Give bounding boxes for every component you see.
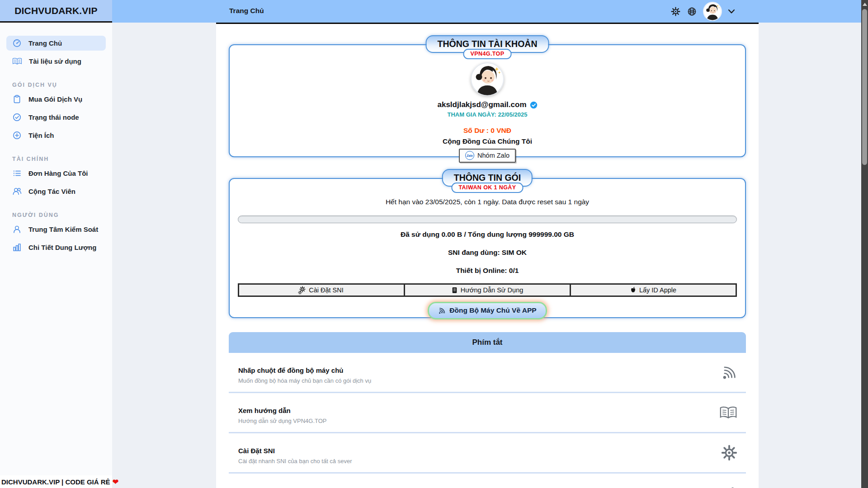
shortcut-title: Nhấp chuột để đồng bộ máy chủ	[238, 366, 714, 374]
sidebar-item-label: Cộng Tác Viên	[28, 188, 75, 195]
shortcuts-header: Phím tắt	[229, 332, 746, 353]
sidebar-item-mua-goi[interactable]: Mua Gói Dịch Vụ	[6, 92, 106, 107]
sidebar-section-nguoi-dung: NGƯỜI DÙNG	[12, 212, 100, 218]
button-label: Lấy ID Apple	[639, 286, 676, 294]
join-date: THAM GIA NGÀY: 22/05/2025	[448, 111, 528, 118]
sync-button-label: Đồng Bộ Máy Chủ Về APP	[449, 306, 536, 314]
shortcuts-section: Phím tắt Nhấp chuột để đồng bộ máy chủ M…	[229, 332, 746, 488]
devices-online-text: Thiết bị Online: 0/1	[230, 267, 745, 275]
zalo-group-button[interactable]: Zalo Nhóm Zalo	[459, 149, 516, 163]
rocket-icon	[720, 484, 737, 488]
package-info-card: THÔNG TIN GÓI TAIWAN OK 1 NGÀY Hết hạn v…	[229, 178, 746, 318]
sidebar-section-tai-chinh: TÀI CHÍNH	[12, 156, 100, 162]
check-circle-icon	[12, 113, 22, 122]
sync-server-to-app-button[interactable]: Đồng Bộ Máy Chủ Về APP	[428, 302, 547, 319]
footer-text: DICHVUDARK.VIP | CODE GIÁ RẺ	[1, 478, 110, 486]
account-card-badge: VPN4G.TOP	[463, 49, 512, 59]
sidebar-item-trang-chu[interactable]: Trang Chủ	[6, 36, 106, 51]
gears-icon	[299, 286, 306, 295]
sidebar-item-trung-tam-kiem-soat[interactable]: Trung Tâm Kiểm Soát	[6, 222, 106, 237]
sidebar-item-label: Chi Tiết Dung Lượng	[28, 244, 96, 251]
signal-icon	[721, 364, 737, 380]
get-apple-id-button[interactable]: Lấy ID Apple	[570, 283, 737, 297]
shortcut-title: Cài Đặt SNI	[238, 447, 714, 455]
plus-circle-icon	[12, 131, 22, 140]
set-sni-button[interactable]: Cài Đặt SNI	[238, 283, 405, 297]
shortcut-set-sni[interactable]: Cài Đặt SNI Cài đặt nhanh SNI của bạn ch…	[229, 433, 746, 474]
list-icon	[12, 169, 22, 178]
usage-text: Đã sử dụng 0.00 B / Tổng dung lượng 9999…	[230, 230, 745, 239]
sidebar-item-label: Trạng thái node	[28, 113, 79, 121]
sidebar-footer: DICHVUDARK.VIP | CODE GIÁ RẺ ❤	[0, 475, 112, 488]
balance: Số Dư : 0 VNĐ	[463, 127, 511, 135]
language-globe-icon[interactable]	[687, 7, 697, 16]
scrollbar-thumb[interactable]	[862, 9, 867, 165]
verified-badge-icon	[530, 101, 538, 109]
shortcut-sync-server[interactable]: Nhấp chuột để đồng bộ máy chủ Muốn đồng …	[229, 353, 746, 393]
sidebar-section-goi-dich-vu: GÓI DỊCH VỤ	[12, 82, 100, 88]
app-logo: DICHVUDARK.VIP	[0, 0, 112, 23]
sidebar-item-don-hang[interactable]: Đơn Hàng Của Tôi	[6, 166, 106, 181]
sidebar-item-cong-tac-vien[interactable]: Cộng Tác Viên	[6, 184, 106, 199]
chevron-down-icon[interactable]	[728, 9, 735, 14]
scrollbar-up-arrow[interactable]	[863, 3, 867, 6]
gauge-icon	[12, 38, 22, 48]
shortcut-view-guide[interactable]: Xem hướng dẫn Hướng dẫn sử dụng VPN4G.TO…	[229, 393, 746, 433]
open-book-icon	[12, 57, 22, 66]
sidebar: Trang Chủ Tài liệu sử dụng GÓI DỊCH VỤ M…	[0, 23, 112, 488]
sidebar-item-label: Đơn Hàng Của Tôi	[28, 169, 88, 177]
shortcut-get-apple-id[interactable]: Lấy ID Apple Lấy ID apple tải shadowsock…	[229, 474, 746, 488]
open-book-icon	[719, 405, 737, 420]
main-panel: THÔNG TIN TÀI KHOẢN VPN4G.TOP aksldjlakj…	[216, 23, 759, 488]
signal-icon	[438, 307, 446, 314]
page-scrollbar[interactable]	[861, 0, 868, 488]
package-buttons-row: Cài Đặt SNI Hướng Dẫn Sử Dụng Lấy ID App…	[238, 283, 737, 297]
zalo-button-label: Nhóm Zalo	[477, 152, 509, 159]
sidebar-item-label: Tiện Ích	[28, 131, 54, 139]
users-icon	[12, 187, 22, 196]
heart-icon: ❤	[113, 478, 118, 486]
community-label: Cộng Đồng Của Chúng Tôi	[443, 137, 532, 145]
sidebar-item-tai-lieu[interactable]: Tài liệu sử dụng	[6, 54, 106, 69]
topbar-actions	[671, 0, 735, 23]
package-card-badge: TAIWAN OK 1 NGÀY	[451, 183, 523, 193]
sidebar-item-label: Trung Tâm Kiểm Soát	[28, 225, 98, 233]
settings-gear-icon[interactable]	[671, 7, 680, 16]
page-title: Trang Chủ	[229, 0, 264, 22]
sidebar-item-trang-thai-node[interactable]: Trạng thái node	[6, 110, 106, 125]
user-avatar[interactable]	[703, 2, 722, 20]
package-expiry: Hết hạn vào 23/05/2025, còn 1 ngày. Data…	[230, 198, 745, 206]
user-icon	[12, 225, 22, 234]
account-info-card: THÔNG TIN TÀI KHOẢN VPN4G.TOP aksldjlakj…	[229, 44, 746, 157]
sidebar-item-chi-tiet-dung-luong[interactable]: Chi Tiết Dung Lượng	[6, 240, 106, 255]
sidebar-item-label: Tài liệu sử dụng	[29, 57, 81, 65]
shortcut-subtitle: Hướng dẫn sử dụng VPN4G.TOP	[238, 418, 714, 424]
book-icon	[452, 287, 458, 294]
shortcut-subtitle: Muốn đồng bộ hóa máy chủ bạn cần có gói …	[238, 377, 714, 384]
shortcut-title: Xem hướng dẫn	[238, 407, 714, 414]
account-avatar	[471, 62, 504, 96]
zalo-icon: Zalo	[465, 151, 474, 160]
button-label: Hướng Dẫn Sử Dụng	[461, 286, 524, 294]
usage-progress-bar	[238, 216, 737, 223]
sni-text: SNI đang dùng: SIM OK	[230, 249, 745, 257]
bar-chart-icon	[12, 243, 22, 252]
clipboard-icon	[12, 94, 22, 104]
sidebar-item-label: Mua Gói Dịch Vụ	[28, 95, 82, 103]
sidebar-item-label: Trang Chủ	[28, 39, 62, 47]
gear-icon	[721, 445, 737, 461]
sidebar-item-tien-ich[interactable]: Tiện Ích	[6, 128, 106, 143]
apple-icon	[630, 286, 636, 294]
topbar: DICHVUDARK.VIP Trang Chủ	[0, 0, 861, 23]
shortcut-subtitle: Cài đặt nhanh SNI của bạn cho tất cả sev…	[238, 458, 714, 465]
account-email: aksldjlakjsd@gmail.com	[437, 100, 526, 109]
usage-guide-button[interactable]: Hướng Dẫn Sử Dụng	[404, 283, 571, 297]
button-label: Cài Đặt SNI	[309, 286, 344, 294]
